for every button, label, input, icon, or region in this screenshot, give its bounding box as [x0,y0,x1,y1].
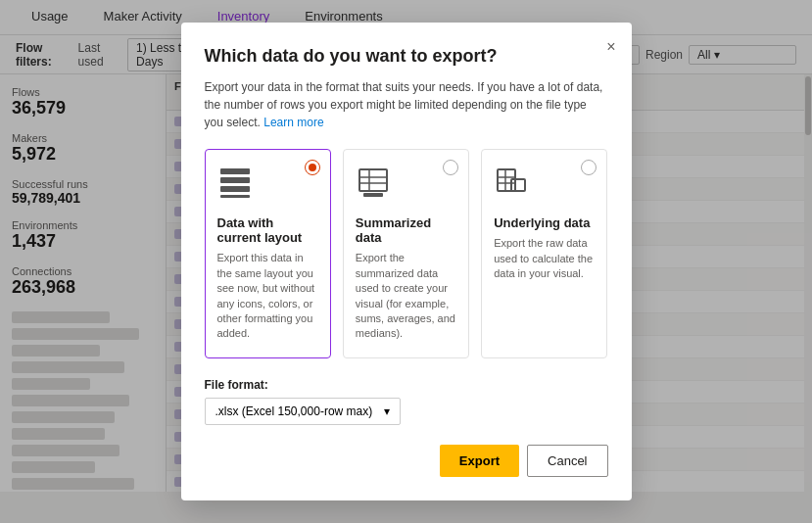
chevron-down-icon-format: ▾ [384,404,390,418]
svg-rect-4 [359,169,387,191]
svg-rect-2 [220,186,250,192]
svg-rect-3 [220,195,250,198]
export-options: Data with current layout Export this dat… [205,149,608,357]
export-modal: × Which data do you want to export? Expo… [181,23,632,499]
layout-title: Data with current layout [217,215,318,245]
option-underlying[interactable]: Underlying data Export the raw data used… [481,149,607,357]
modal-title: Which data do you want to export? [205,46,608,67]
file-format-value: .xlsx (Excel 150,000-row max) [215,404,373,418]
cancel-button[interactable]: Cancel [527,445,607,477]
underlying-icon [494,166,595,208]
svg-rect-1 [220,177,250,183]
layout-desc: Export this data in the same layout you … [217,251,318,341]
summarized-desc: Export the summarized data used to creat… [356,251,456,341]
modal-backdrop: × Which data do you want to export? Expo… [0,0,812,523]
option-summarized[interactable]: Summarized data Export the summarized da… [343,149,469,357]
learn-more-link[interactable]: Learn more [263,116,323,129]
option-layout[interactable]: Data with current layout Export this dat… [205,149,331,357]
modal-description: Export your data in the format that suit… [205,78,608,131]
file-format-label: File format: [205,378,608,392]
summarized-icon [356,166,456,208]
svg-rect-10 [511,179,525,191]
layout-icon [217,166,318,208]
export-button[interactable]: Export [440,445,519,477]
file-format-dropdown[interactable]: .xlsx (Excel 150,000-row max) ▾ [205,398,401,425]
summarized-title: Summarized data [356,215,456,245]
underlying-title: Underlying data [494,215,595,230]
svg-rect-8 [363,193,383,197]
close-button[interactable]: × [606,38,615,56]
underlying-desc: Export the raw data used to calculate th… [494,236,595,281]
svg-rect-0 [220,168,250,174]
modal-footer: Export Cancel [205,445,608,477]
